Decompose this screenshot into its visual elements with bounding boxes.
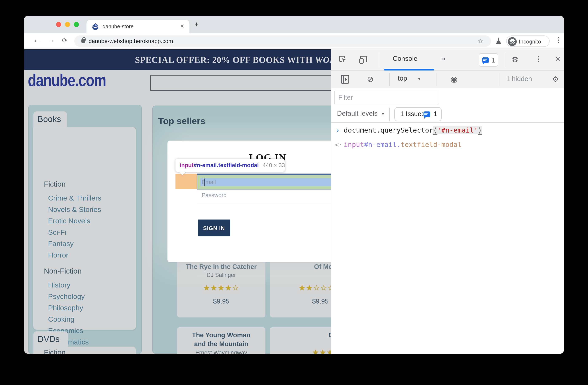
- inspect-element-icon[interactable]: [339, 55, 347, 64]
- close-window-button[interactable]: [56, 22, 61, 27]
- paren-close: ): [478, 126, 482, 135]
- book-title: The Rye in the Catcher: [177, 262, 265, 271]
- inspect-margin-overlay: [175, 174, 197, 189]
- zoom-window-button[interactable]: [74, 22, 79, 27]
- sidebar-item-philosophy[interactable]: Philosophy: [48, 304, 83, 312]
- forward-button[interactable]: →: [48, 36, 55, 44]
- book-title: The Young Woman and the Mountain: [177, 331, 265, 348]
- tab-strip: danube-store ✕ + ▼: [24, 16, 564, 33]
- lock-icon: [82, 39, 85, 43]
- book-card[interactable]: The Young Woman and the Mountain Ernest …: [177, 327, 265, 354]
- console-toolbar: ⊘ top ▼ ◉ 1 hidden ⚙: [331, 70, 564, 88]
- tab-close-icon[interactable]: ✕: [180, 23, 184, 29]
- inspect-tooltip: input#n-email.textfield-modal440 × 33: [175, 159, 285, 172]
- book-author: DJ Salinger: [177, 272, 265, 278]
- window-content: SPECIAL OFFER: 20% OFF BOOKS WITH WORDS …: [24, 49, 564, 354]
- banner-prefix: SPECIAL OFFER: 20% OFF BOOKS WITH: [135, 55, 315, 65]
- minimize-window-button[interactable]: [65, 22, 70, 27]
- console-sidebar-toggle-icon[interactable]: [340, 75, 350, 84]
- sidebar-item-fantasy[interactable]: Fantasy: [48, 240, 74, 248]
- sidebar-item-psychology[interactable]: Psychology: [48, 293, 85, 301]
- sidebar-item-novels-stories[interactable]: Novels & Stories: [48, 205, 101, 214]
- paren-open: (: [433, 126, 437, 135]
- top-sellers-heading: Top sellers: [158, 116, 205, 127]
- sidebar-item-crime-thrillers[interactable]: Crime & Thrillers: [48, 194, 102, 203]
- category-sidebar: Books Fiction Crime & Thrillers Novels &…: [28, 105, 142, 354]
- address-bar[interactable]: danube-webshop.herokuapp.com: [74, 35, 491, 47]
- message-count: 1: [491, 57, 495, 64]
- sidebar-category-fiction[interactable]: Fiction: [44, 180, 65, 189]
- book-author: Ernest Waymingway: [177, 350, 265, 354]
- chevron-down-icon: ▼: [381, 112, 385, 116]
- devtools-settings-icon[interactable]: ⚙: [512, 55, 518, 64]
- site-logo[interactable]: danube.com: [28, 70, 106, 90]
- devtools-menu-icon[interactable]: ⋮: [535, 55, 542, 63]
- command-function: document.querySelector: [344, 126, 433, 134]
- banner-italic: WORDS: [315, 55, 331, 65]
- console-prompt-icon: ›: [336, 127, 339, 134]
- console-filter-row: [331, 88, 564, 106]
- log-levels-dropdown[interactable]: Default levels: [337, 110, 378, 117]
- clear-console-icon[interactable]: ⊘: [367, 74, 374, 84]
- issues-count: 1: [434, 110, 437, 118]
- password-input[interactable]: [197, 188, 331, 203]
- book-price: $9.95: [177, 298, 265, 305]
- console-messages-badge[interactable]: 1: [479, 53, 498, 67]
- screen: danube-store ✕ + ▼ ← → ⟳ danube-webshop.…: [0, 0, 588, 385]
- sidebar-dvds-header[interactable]: DVDs: [33, 331, 68, 347]
- book-card[interactable]: Gautama Erman Essen ★★★★☆: [270, 327, 331, 354]
- sign-in-button[interactable]: SIGN IN: [198, 220, 230, 236]
- tooltip-element-selector: #n-email.textfield-modal: [194, 162, 259, 168]
- sidebar-item-sci-fi[interactable]: Sci-Fi: [48, 228, 66, 237]
- book-rating-stars: ★★☆☆☆: [299, 283, 331, 293]
- promo-banner-text: SPECIAL OFFER: 20% OFF BOOKS WITH WORDS …: [135, 55, 331, 66]
- divider: [505, 53, 505, 67]
- books-category-list: Fiction Crime & Thrillers Novels & Stori…: [33, 127, 136, 330]
- result-dot: .: [397, 141, 400, 149]
- result-id: #n-email: [364, 141, 397, 149]
- devtools-close-icon[interactable]: ✕: [555, 55, 561, 63]
- console-settings-icon[interactable]: ⚙: [552, 75, 559, 84]
- back-button[interactable]: ←: [33, 36, 41, 44]
- book-title: Gautama: [270, 331, 331, 340]
- sidebar-item-history[interactable]: History: [48, 281, 70, 290]
- sidebar-category-non-fiction[interactable]: Non-Fiction: [44, 267, 82, 276]
- sidebar-books-header[interactable]: Books: [33, 112, 67, 127]
- flask-icon[interactable]: [495, 37, 502, 45]
- browser-toolbar: ← → ⟳ danube-webshop.herokuapp.com ☆: [24, 33, 564, 49]
- issues-label: 1 Issue:: [400, 110, 423, 118]
- message-bubble-icon: [482, 57, 489, 63]
- web-page: SPECIAL OFFER: 20% OFF BOOKS WITH WORDS …: [24, 49, 331, 354]
- console-result-text: input#n-email.textfield-modal: [344, 141, 462, 149]
- console-command-text: document.querySelector('#n-email'): [344, 126, 482, 134]
- incognito-badge: Incognito: [506, 35, 550, 47]
- console-log-area[interactable]: › document.querySelector('#n-email') <· …: [331, 123, 564, 354]
- device-toolbar-icon[interactable]: [359, 55, 368, 64]
- new-tab-button[interactable]: +: [194, 22, 199, 27]
- result-class: textfield-modal: [401, 141, 462, 149]
- live-expression-icon[interactable]: ◉: [450, 74, 458, 84]
- more-tabs-icon[interactable]: »: [442, 54, 446, 63]
- sidebar-item-cooking[interactable]: Cooking: [48, 315, 74, 324]
- email-input[interactable]: [197, 175, 331, 189]
- book-author: Erman Essen: [304, 340, 331, 347]
- book-author: Johannes Beckst: [293, 272, 331, 278]
- browser-menu-icon[interactable]: ⋮: [555, 36, 562, 44]
- tab-console[interactable]: Console: [393, 55, 417, 63]
- inspect-tooltip-arrow: [178, 171, 186, 175]
- browser-tab[interactable]: danube-store ✕: [86, 20, 189, 33]
- sidebar-dvds-fiction[interactable]: Fiction: [44, 348, 65, 354]
- sidebar-item-erotic-novels[interactable]: Erotic Novels: [48, 217, 90, 226]
- console-filter-input[interactable]: [335, 91, 438, 104]
- hidden-messages-label: 1 hidden: [506, 75, 532, 83]
- issues-chip[interactable]: 1 Issue: 1: [394, 107, 442, 121]
- sidebar-item-horror[interactable]: Horror: [48, 251, 68, 260]
- divider: [499, 73, 499, 86]
- issue-bubble-icon: [423, 112, 430, 117]
- bookmark-star-icon[interactable]: ☆: [478, 37, 483, 45]
- browser-window: danube-store ✕ + ▼ ← → ⟳ danube-webshop.…: [24, 16, 564, 354]
- reload-button[interactable]: ⟳: [62, 37, 67, 44]
- site-search-input[interactable]: [150, 75, 331, 91]
- context-selector[interactable]: top: [398, 75, 407, 82]
- tooltip-element-tag: input: [180, 162, 194, 168]
